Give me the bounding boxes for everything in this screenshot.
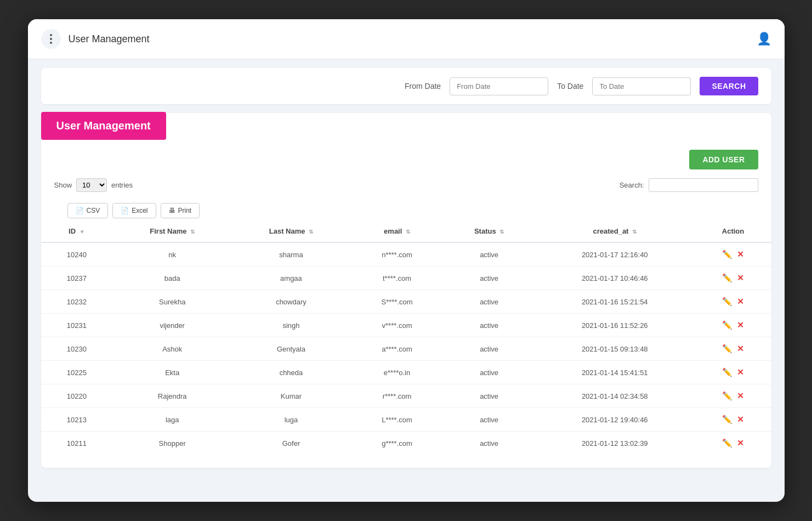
th-first-name: First Name ⇅ bbox=[112, 220, 232, 242]
from-date-label: From Date bbox=[405, 82, 441, 90]
cell-email: r****.com bbox=[350, 384, 444, 408]
cell-created-at: 2021-01-17 12:16:40 bbox=[535, 242, 695, 267]
cell-last-name: luga bbox=[232, 408, 350, 432]
cell-first-name: Shopper bbox=[112, 432, 232, 455]
edit-icon[interactable]: ✏️ bbox=[722, 297, 732, 307]
section-header: User Management bbox=[41, 112, 166, 140]
print-button[interactable]: 🖶 Print bbox=[161, 203, 200, 218]
controls-row: Show 10 25 50 100 entries 📄 CSV bbox=[41, 174, 771, 220]
cell-created-at: 2021-01-16 15:21:54 bbox=[535, 290, 695, 314]
excel-icon: 📄 bbox=[121, 207, 129, 214]
cell-id: 10230 bbox=[41, 337, 113, 361]
cell-first-name: laga bbox=[112, 408, 232, 432]
cell-id: 10220 bbox=[41, 384, 113, 408]
cell-status: active bbox=[444, 361, 534, 384]
delete-icon[interactable]: ✕ bbox=[737, 391, 744, 401]
cell-status: active bbox=[444, 432, 534, 455]
th-status: Status ⇅ bbox=[444, 220, 534, 242]
table-row: 10232 Surekha chowdary S****.com active … bbox=[41, 290, 771, 314]
email-sort-icon: ⇅ bbox=[406, 229, 410, 235]
id-sort-icon: ▼ bbox=[80, 229, 85, 235]
cell-first-name: Surekha bbox=[112, 290, 232, 314]
cell-action: ✏️ ✕ bbox=[695, 432, 771, 455]
lastname-sort-icon: ⇅ bbox=[309, 229, 313, 235]
cell-email: g****.com bbox=[350, 432, 444, 455]
search-bar: From Date To Date SEARCH bbox=[41, 68, 771, 104]
delete-icon[interactable]: ✕ bbox=[737, 415, 744, 424]
table-row: 10231 vijender singh v****.com active 20… bbox=[41, 314, 771, 337]
cell-last-name: chowdary bbox=[232, 290, 350, 314]
status-sort-icon: ⇅ bbox=[499, 229, 504, 235]
main-content: User Management ADD USER Show 10 25 50 1… bbox=[41, 113, 771, 468]
table-search-input[interactable] bbox=[649, 178, 758, 192]
cell-id: 10240 bbox=[41, 242, 113, 267]
to-date-label: To Date bbox=[557, 82, 583, 90]
table-header-row: ID ▼ First Name ⇅ Last Name ⇅ email ⇅ St… bbox=[41, 220, 771, 242]
app-window: User Management 👤 From Date To Date SEAR… bbox=[28, 19, 785, 502]
cell-first-name: Ashok bbox=[112, 337, 232, 361]
cell-last-name: sharma bbox=[232, 242, 350, 267]
cell-first-name: Ekta bbox=[112, 361, 232, 384]
excel-label: Excel bbox=[132, 207, 147, 214]
cell-status: active bbox=[444, 337, 534, 361]
cell-email: S****.com bbox=[350, 290, 444, 314]
cell-action: ✏️ ✕ bbox=[695, 361, 771, 384]
table-toolbar: ADD USER bbox=[41, 141, 771, 174]
show-entries-row: Show 10 25 50 100 entries bbox=[54, 178, 200, 192]
table-row: 10237 bada amgaa t****.com active 2021-0… bbox=[41, 267, 771, 290]
cell-status: active bbox=[444, 290, 534, 314]
entries-select[interactable]: 10 25 50 100 bbox=[76, 178, 107, 192]
csv-button[interactable]: 📄 CSV bbox=[67, 203, 109, 218]
delete-icon[interactable]: ✕ bbox=[737, 320, 744, 330]
table-row: 10211 Shopper Gofer g****.com active 202… bbox=[41, 432, 771, 455]
cell-status: active bbox=[444, 242, 534, 267]
cell-id: 10232 bbox=[41, 290, 113, 314]
cell-id: 10237 bbox=[41, 267, 113, 290]
delete-icon[interactable]: ✕ bbox=[737, 273, 744, 283]
delete-icon[interactable]: ✕ bbox=[737, 297, 744, 307]
edit-icon[interactable]: ✏️ bbox=[722, 320, 732, 330]
cell-email: e****o.in bbox=[350, 361, 444, 384]
cell-created-at: 2021-01-12 19:40:46 bbox=[535, 408, 695, 432]
users-table: ID ▼ First Name ⇅ Last Name ⇅ email ⇅ St… bbox=[41, 220, 771, 455]
th-created-at: created_at ⇅ bbox=[535, 220, 695, 242]
add-user-button[interactable]: ADD USER bbox=[689, 150, 758, 169]
delete-icon[interactable]: ✕ bbox=[737, 250, 744, 259]
cell-last-name: Gentyala bbox=[232, 337, 350, 361]
entries-label: entries bbox=[111, 181, 133, 189]
cell-status: active bbox=[444, 408, 534, 432]
topbar: User Management 👤 bbox=[28, 19, 785, 59]
cell-first-name: nk bbox=[112, 242, 232, 267]
edit-icon[interactable]: ✏️ bbox=[722, 367, 732, 377]
cell-action: ✏️ ✕ bbox=[695, 384, 771, 408]
edit-icon[interactable]: ✏️ bbox=[722, 273, 732, 283]
edit-icon[interactable]: ✏️ bbox=[722, 438, 732, 448]
from-date-input[interactable] bbox=[450, 77, 548, 95]
menu-button[interactable] bbox=[41, 29, 61, 49]
cell-action: ✏️ ✕ bbox=[695, 314, 771, 337]
cell-created-at: 2021-01-15 09:13:48 bbox=[535, 337, 695, 361]
cell-last-name: Gofer bbox=[232, 432, 350, 455]
delete-icon[interactable]: ✕ bbox=[737, 367, 744, 377]
topbar-title: User Management bbox=[69, 33, 150, 45]
controls-left: Show 10 25 50 100 entries 📄 CSV bbox=[54, 178, 200, 218]
cell-created-at: 2021-01-16 11:52:26 bbox=[535, 314, 695, 337]
show-label: Show bbox=[54, 181, 72, 189]
table-row: 10240 nk sharma n****.com active 2021-01… bbox=[41, 242, 771, 267]
th-action: Action bbox=[695, 220, 771, 242]
excel-button[interactable]: 📄 Excel bbox=[112, 203, 156, 218]
search-button[interactable]: SEARCH bbox=[700, 77, 758, 95]
table-row: 10220 Rajendra Kumar r****.com active 20… bbox=[41, 384, 771, 408]
to-date-input[interactable] bbox=[592, 77, 691, 95]
delete-icon[interactable]: ✕ bbox=[737, 344, 744, 354]
delete-icon[interactable]: ✕ bbox=[737, 438, 744, 448]
cell-last-name: Kumar bbox=[232, 384, 350, 408]
edit-icon[interactable]: ✏️ bbox=[722, 344, 732, 354]
edit-icon[interactable]: ✏️ bbox=[722, 250, 732, 259]
cell-id: 10211 bbox=[41, 432, 113, 455]
section-title: User Management bbox=[56, 120, 151, 132]
edit-icon[interactable]: ✏️ bbox=[722, 391, 732, 401]
cell-action: ✏️ ✕ bbox=[695, 267, 771, 290]
cell-created-at: 2021-01-14 15:41:51 bbox=[535, 361, 695, 384]
edit-icon[interactable]: ✏️ bbox=[722, 415, 732, 424]
